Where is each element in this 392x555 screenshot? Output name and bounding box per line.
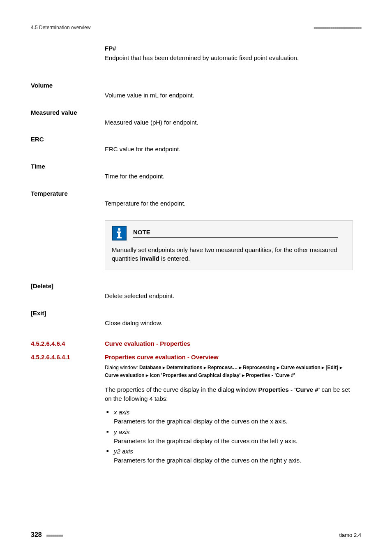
fp-desc: Endpoint that has been determined by aut… [105,53,353,62]
definition-row: Time Time for the endpoint. [31,163,361,181]
footer-blocks: ■■■■■■■■ [46,533,62,538]
term-desc: Temperature for the endpoint. [105,199,353,208]
term-label: Volume [31,82,53,89]
note-title: NOTE [133,229,338,238]
props-intro: The properties of the curve display in t… [105,385,353,403]
info-icon [112,226,127,240]
heading-text: Properties curve evaluation - Overview [105,354,219,361]
button-row: [Delete] Delete selected endpoint. [31,282,361,301]
fp-definition: FP# Endpoint that has been determined by… [31,45,361,73]
footer-left: 328 ■■■■■■■■ [31,531,62,539]
heading-num: 4.5.2.6.4.6.4.1 [31,354,105,361]
term-label: Time [31,163,45,170]
list-item: x axis Parameters for the graphical disp… [105,408,353,426]
term-label: Measured value [31,109,77,116]
note-box: NOTE Manually set endpoints only have tw… [105,220,353,271]
term-desc: Time for the endpoint. [105,172,353,181]
definition-row: Measured value Measured value (pH) for e… [31,109,361,127]
fp-label: FP# [105,45,353,52]
heading-curve-eval: 4.5.2.6.4.6.4 Curve evaluation - Propert… [31,340,361,347]
dialog-path: Dialog window: Database ▸ Determinations… [105,364,353,379]
svg-rect-2 [118,232,120,237]
definition-row: ERC ERC value for the endpoint. [31,136,361,154]
product-name: tiamo 2.4 [339,532,361,538]
term-desc: ERC value for the endpoint. [105,145,353,154]
properties-body: Dialog window: Database ▸ Determinations… [31,364,361,467]
svg-rect-3 [117,237,122,238]
button-row: [Exit] Close dialog window. [31,310,361,328]
note-text: Manually set endpoints only have two mea… [112,245,346,264]
page-header: 4.5 Determination overview ■■■■■■■■■■■■■… [31,25,361,30]
term-desc: Volume value in mL for endpoint. [105,91,353,100]
term-label: Temperature [31,190,68,197]
definition-row: Volume Volume value in mL for endpoint. [31,82,361,100]
page-footer: 328 ■■■■■■■■ tiamo 2.4 [31,531,361,539]
list-item: y2 axis Parameters for the graphical dis… [105,447,353,465]
definition-row: Temperature Temperature for the endpoint… [31,190,361,208]
heading-text: Curve evaluation - Properties [105,340,190,347]
exit-label: [Exit] [31,310,46,317]
term-desc: Measured value (pH) for endpoint. [105,118,353,127]
delete-desc: Delete selected endpoint. [105,291,353,301]
tabs-list: x axis Parameters for the graphical disp… [105,408,353,465]
exit-desc: Close dialog window. [105,319,353,328]
svg-point-0 [118,228,120,230]
heading-num: 4.5.2.6.4.6.4 [31,340,105,347]
note-section: NOTE Manually set endpoints only have tw… [31,217,361,274]
header-blocks: ■■■■■■■■■■■■■■■■■■■■■■■ [314,25,361,30]
delete-label: [Delete] [31,282,53,289]
section-label: 4.5 Determination overview [31,25,90,30]
list-item: y axis Parameters for the graphical disp… [105,428,353,446]
term-label: ERC [31,136,44,143]
page-number: 328 [31,531,42,538]
heading-props-overview: 4.5.2.6.4.6.4.1 Properties curve evaluat… [31,354,361,361]
